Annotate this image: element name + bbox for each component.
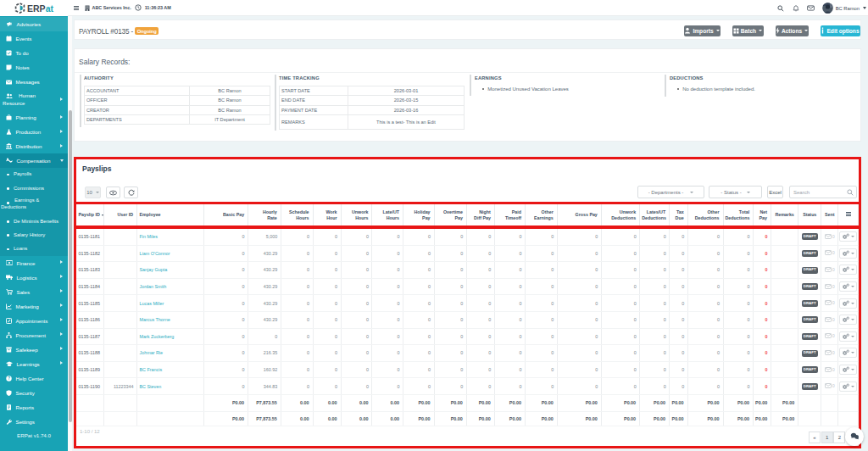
svg-text:?: ? [8,376,10,381]
